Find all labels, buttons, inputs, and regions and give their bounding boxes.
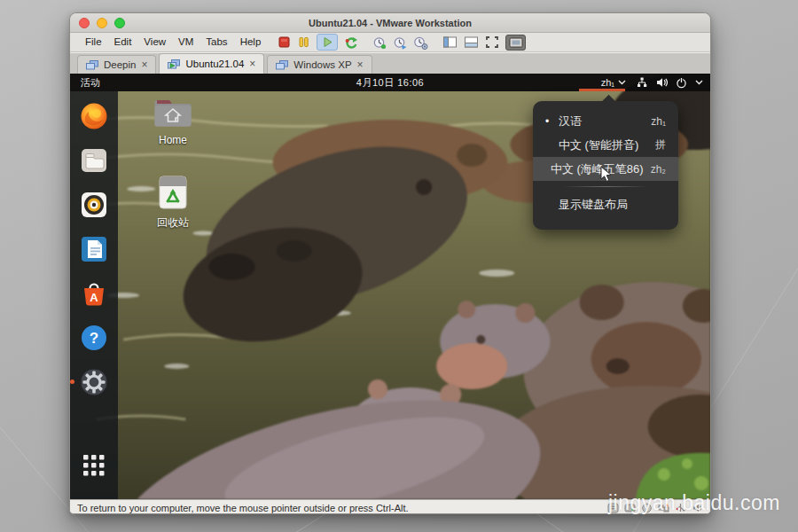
- usb-icon[interactable]: [675, 503, 686, 513]
- tab-close-icon[interactable]: ×: [249, 59, 255, 68]
- full-screen-icon[interactable]: [485, 35, 499, 51]
- rhythmbox-icon[interactable]: [78, 189, 110, 221]
- tab-ubuntu[interactable]: Ubuntu21.04 ×: [159, 53, 264, 74]
- ubuntu-software-icon[interactable]: A: [78, 278, 110, 309]
- tab-close-icon[interactable]: ×: [357, 60, 364, 69]
- menu-separator: [563, 186, 647, 187]
- menu-item-hanyu[interactable]: • 汉语 zh₁: [533, 109, 678, 133]
- menu-help[interactable]: Help: [234, 33, 268, 51]
- desktop-icon-label: Home: [146, 134, 200, 146]
- sound-device-icon[interactable]: [692, 503, 703, 513]
- vm-monitor-icon: [276, 60, 288, 70]
- title-bar[interactable]: Ubuntu21.04 - VMware Workstation: [70, 13, 710, 33]
- menu-file[interactable]: File: [79, 33, 108, 51]
- files-icon[interactable]: [78, 145, 110, 176]
- vm-toolbar: [278, 34, 540, 51]
- vmware-window: Ubuntu21.04 - VMware Workstation File Ed…: [69, 12, 711, 514]
- restart-guest-icon[interactable]: [344, 35, 358, 51]
- show-console-icon[interactable]: [464, 35, 479, 51]
- revert-snapshot-icon[interactable]: [393, 35, 407, 51]
- menu-vm[interactable]: VM: [172, 33, 200, 51]
- mouse-cursor: [600, 166, 612, 186]
- home-folder-icon: [153, 95, 192, 129]
- dock: A ?: [70, 91, 118, 499]
- app-grid-icon[interactable]: [78, 450, 110, 481]
- guest-screen: 活动 4月10日 16:06 zh₁: [70, 74, 710, 499]
- desktop-icon-home[interactable]: Home: [146, 95, 200, 146]
- cdrom-icon[interactable]: [641, 503, 653, 513]
- message-log-icon[interactable]: [607, 503, 619, 513]
- menu-view[interactable]: View: [137, 33, 172, 51]
- desktop-icon-trash[interactable]: 回收站: [146, 175, 200, 231]
- menu-bar: File Edit View VM Tabs Help: [70, 33, 710, 52]
- snapshot-manager-icon[interactable]: [413, 35, 428, 51]
- pause-icon[interactable]: [297, 35, 310, 51]
- menu-edit[interactable]: Edit: [108, 33, 138, 51]
- tab-windows-xp[interactable]: Windows XP ×: [267, 55, 372, 74]
- network-icon[interactable]: [636, 77, 648, 89]
- tab-label: Ubuntu21.04: [185, 59, 244, 69]
- gnome-top-bar: 活动 4月10日 16:06 zh₁: [70, 74, 710, 91]
- settings-icon[interactable]: [78, 366, 110, 398]
- tab-close-icon[interactable]: ×: [141, 60, 147, 69]
- chevron-down-icon: [618, 80, 626, 85]
- tab-label: Deepin: [104, 59, 136, 70]
- chevron-down-icon[interactable]: [695, 80, 703, 85]
- power-icon[interactable]: [676, 77, 687, 89]
- svg-text:?: ?: [90, 330, 98, 347]
- vm-status-bar: To return to your computer, move the mou…: [70, 499, 710, 514]
- menu-item-show-keyboard-layout[interactable]: 显示键盘布局: [533, 192, 678, 216]
- tab-deepin[interactable]: Deepin ×: [77, 55, 156, 74]
- unity-mode-icon[interactable]: [505, 35, 526, 51]
- recycle-bin-icon: [157, 175, 189, 210]
- menu-tabs[interactable]: Tabs: [200, 33, 233, 51]
- tab-label: Windows XP: [293, 59, 351, 70]
- volume-icon[interactable]: [656, 77, 668, 88]
- desktop-icon-label: 回收站: [146, 215, 200, 231]
- resume-icon[interactable]: [317, 34, 338, 51]
- take-snapshot-icon[interactable]: [372, 35, 387, 51]
- vm-tab-bar: Deepin × Ubuntu21.04 × Windows XP ×: [70, 52, 710, 74]
- vm-monitor-running-icon: [168, 59, 180, 69]
- input-method-indicator[interactable]: zh₁: [599, 77, 628, 88]
- menu-item-pinyin[interactable]: 中文 (智能拼音) 拼: [533, 133, 678, 157]
- hard-disk-icon[interactable]: [624, 503, 636, 513]
- running-indicator: [70, 379, 74, 384]
- status-message: To return to your computer, move the mou…: [77, 503, 409, 513]
- network-adapter-icon[interactable]: [658, 503, 669, 513]
- window-title: Ubuntu21.04 - VMware Workstation: [70, 18, 710, 28]
- selected-bullet: •: [545, 115, 559, 128]
- power-off-icon[interactable]: [278, 35, 291, 51]
- svg-text:A: A: [90, 291, 98, 304]
- active-input-underline: [579, 89, 625, 91]
- show-library-icon[interactable]: [442, 35, 458, 51]
- vm-monitor-icon: [86, 60, 98, 70]
- help-icon[interactable]: ?: [78, 322, 110, 354]
- firefox-icon[interactable]: [78, 100, 110, 132]
- libreoffice-writer-icon[interactable]: [78, 233, 110, 265]
